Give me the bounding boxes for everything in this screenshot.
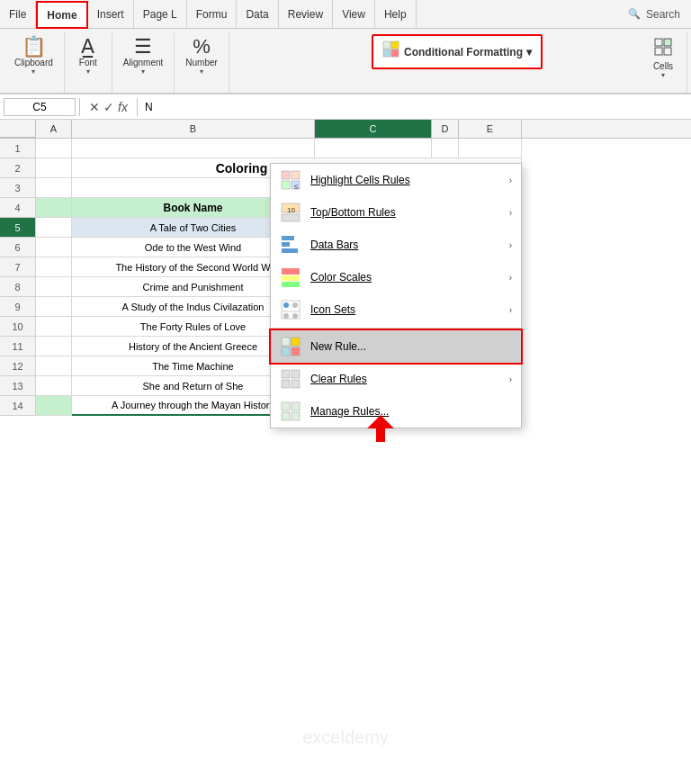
cell-3a[interactable] — [36, 178, 72, 198]
search-icon: 🔍 — [628, 8, 641, 20]
row-num-header — [0, 120, 36, 138]
cell-11a[interactable] — [36, 337, 72, 356]
topbottom-label: Top/Bottom Rules — [310, 206, 500, 219]
row-num-1[interactable]: 1 — [0, 139, 36, 158]
clearrules-label: Clear Rules — [310, 373, 500, 385]
cell-4a[interactable] — [36, 198, 72, 218]
databars-label: Data Bars — [310, 239, 500, 251]
cell-5a[interactable] — [36, 218, 72, 238]
name-box[interactable] — [4, 98, 76, 116]
svg-rect-9 — [292, 171, 300, 179]
row-num-7[interactable]: 7 — [0, 257, 36, 277]
cell-1d[interactable] — [432, 139, 459, 158]
cells-label: Cells — [653, 61, 673, 71]
svg-point-26 — [283, 313, 289, 319]
font-group: A̲ Font ▾ — [65, 32, 112, 93]
fx-icon: fx — [118, 100, 128, 114]
menu-item-highlight[interactable]: ≤ Highlight Cells Rules › — [271, 164, 521, 196]
row-num-13[interactable]: 13 — [0, 376, 36, 396]
formula-icons: ✕ ✓ fx — [84, 100, 133, 114]
row-num-2[interactable]: 2 — [0, 158, 36, 178]
iconsets-label: Icon Sets — [310, 303, 500, 316]
search-area[interactable]: 🔍 Search — [617, 0, 691, 28]
row-num-14[interactable]: 14 — [0, 396, 36, 416]
tab-review[interactable]: Review — [279, 0, 333, 28]
tab-data[interactable]: Data — [237, 0, 278, 28]
row-num-8[interactable]: 8 — [0, 277, 36, 297]
row-num-6[interactable]: 6 — [0, 238, 36, 257]
col-header-d[interactable]: D — [432, 120, 459, 138]
svg-rect-36 — [282, 402, 290, 410]
formula-sep2 — [137, 98, 138, 116]
alignment-btn[interactable]: ☰ Alignment ▾ — [120, 34, 166, 78]
cell-7a[interactable] — [36, 257, 72, 277]
formula-input[interactable] — [141, 99, 687, 115]
tab-pagelayout[interactable]: Page L — [134, 0, 187, 28]
cell-2a[interactable] — [36, 158, 72, 178]
svg-rect-17 — [282, 242, 290, 247]
menu-item-managerules[interactable]: Manage Rules... — [271, 395, 521, 428]
row-num-11[interactable]: 11 — [0, 337, 36, 356]
row-num-12[interactable]: 12 — [0, 356, 36, 376]
menu-item-databars[interactable]: Data Bars › — [271, 229, 521, 261]
tab-home[interactable]: Home — [36, 1, 87, 29]
cell-6a[interactable] — [36, 238, 72, 257]
col-header-e[interactable]: E — [459, 120, 522, 138]
svg-rect-10 — [282, 181, 290, 189]
cell-13a[interactable] — [36, 376, 72, 396]
menu-item-newrule[interactable]: New Rule... — [271, 330, 521, 363]
tab-insert[interactable]: Insert — [88, 0, 134, 28]
row-num-10[interactable]: 10 — [0, 317, 36, 337]
table-row: 1 — [0, 139, 691, 158]
col-header-a[interactable]: A — [36, 120, 72, 138]
cell-1b[interactable] — [72, 139, 315, 158]
menu-item-clearrules[interactable]: Clear Rules › — [271, 363, 521, 395]
highlight-cells-label: Highlight Cells Rules — [310, 174, 500, 186]
menu-item-colorscales[interactable]: Color Scales › — [271, 261, 521, 293]
svg-rect-4 — [655, 39, 662, 46]
cell-8a[interactable] — [36, 277, 72, 297]
font-label: Font — [79, 58, 97, 68]
menu-item-iconsets[interactable]: Icon Sets › — [271, 293, 521, 326]
cells-btn[interactable]: Cells ▾ — [647, 34, 679, 82]
cell-1e[interactable] — [459, 139, 522, 158]
clearrules-icon — [280, 368, 301, 390]
conditional-formatting-menu: ≤ Highlight Cells Rules › 10 Top/Bottom … — [270, 163, 522, 428]
formula-sep — [79, 98, 80, 116]
cell-12a[interactable] — [36, 356, 72, 376]
svg-rect-2 — [383, 50, 390, 57]
cell-14a[interactable] — [36, 396, 72, 416]
svg-rect-21 — [282, 282, 300, 287]
tab-formulas[interactable]: Formu — [187, 0, 238, 28]
svg-rect-0 — [383, 41, 390, 49]
cell-9a[interactable] — [36, 297, 72, 317]
cell-1c[interactable] — [315, 139, 432, 158]
conditional-formatting-btn[interactable]: Conditional Formatting ▾ — [372, 34, 543, 69]
col-header-c[interactable]: C — [315, 120, 432, 138]
topbottom-chevron: › — [509, 208, 512, 218]
ribbon-groups: 📋 Clipboard ▾ A̲ Font ▾ ☰ Alignme — [0, 29, 691, 94]
cell-1a[interactable] — [36, 139, 72, 158]
row-num-9[interactable]: 9 — [0, 297, 36, 317]
tab-help[interactable]: Help — [375, 0, 417, 28]
colorscales-label: Color Scales — [310, 271, 500, 284]
cf-label: Conditional Formatting — [404, 46, 523, 59]
tab-file[interactable]: File — [0, 0, 36, 28]
tab-view[interactable]: View — [333, 0, 375, 28]
newrule-icon — [280, 336, 301, 357]
clearrules-chevron: › — [509, 374, 512, 384]
col-header-b[interactable]: B — [72, 120, 315, 138]
number-btn[interactable]: % Number ▾ — [182, 34, 221, 78]
svg-rect-29 — [292, 338, 300, 346]
menu-item-topbottom[interactable]: 10 Top/Bottom Rules › — [271, 196, 521, 229]
managerules-label: Manage Rules... — [310, 405, 512, 418]
row-num-5[interactable]: 5 — [0, 218, 36, 238]
databars-chevron: › — [509, 240, 512, 250]
row-num-4[interactable]: 4 — [0, 198, 36, 218]
cell-10a[interactable] — [36, 317, 72, 337]
row-num-3[interactable]: 3 — [0, 178, 36, 198]
cf-dropdown-arrow: ▾ — [526, 46, 532, 59]
font-btn[interactable]: A̲ Font ▾ — [72, 34, 104, 78]
clipboard-btn[interactable]: 📋 Clipboard ▾ — [11, 34, 57, 78]
alignment-arrow: ▾ — [141, 68, 145, 76]
